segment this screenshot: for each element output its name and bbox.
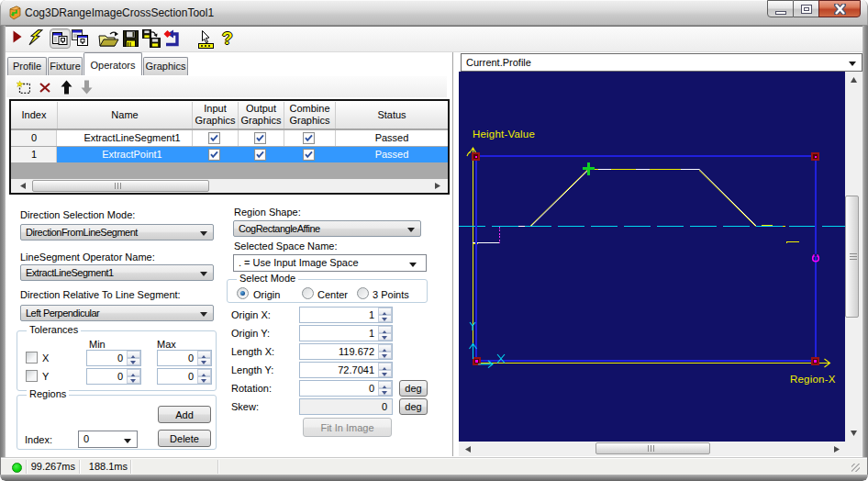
svg-text:Region-X: Region-X [790,374,836,385]
svg-text:Height-Value: Height-Value [473,129,535,140]
